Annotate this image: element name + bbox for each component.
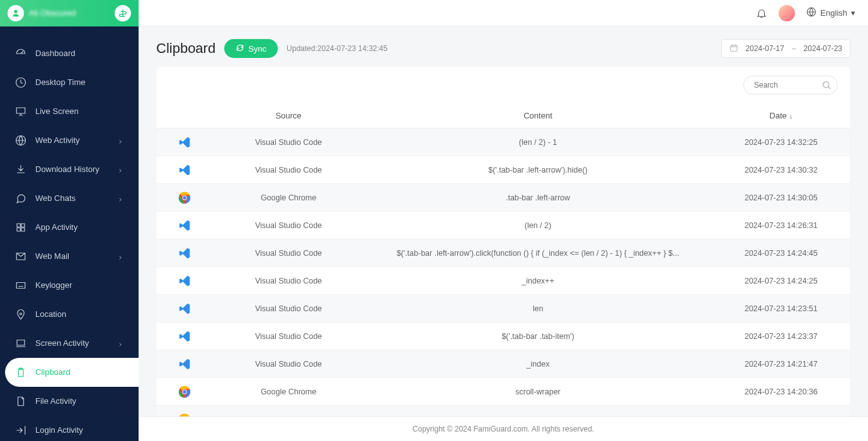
login-icon [15,425,26,436]
cell-content: $('.tab-bar .tab-item') [364,323,712,350]
sidebar-item-desktop-time[interactable]: Desktop Time [0,68,139,97]
sidebar-item-file-activity[interactable]: File Activity [0,387,139,416]
cell-date: 2024-07-23 14:26:31 [712,212,850,239]
sidebar-item-clipboard[interactable]: Clipboard [5,358,139,387]
cell-date: 2024-07-23 14:30:32 [712,156,850,184]
updated-timestamp: Updated:2024-07-23 14:32:45 [287,44,387,53]
user-avatar[interactable] [779,5,795,21]
calendar-icon [729,43,738,54]
brand-logo-icon[interactable] [115,5,131,21]
globe-icon [15,135,26,146]
cell-date: 2024-07-23 14:21:47 [712,350,850,378]
source-app-icon [156,323,213,350]
sidebar-item-label: Live Screen [35,106,123,116]
sidebar-item-web-mail[interactable]: Web Mail [0,242,139,271]
source-app-icon [156,129,213,156]
table-row[interactable]: Google Chromescroll-wraper2024-07-23 14:… [156,378,850,406]
cell-date: 2024-07-23 14:24:25 [712,267,850,295]
svg-rect-1 [730,45,737,50]
table-row[interactable]: Visual Studio Code$('.tab-bar .tab-item'… [156,323,850,350]
file-icon [15,396,26,407]
card-toolbar [156,67,850,103]
cell-content: _index [364,350,712,378]
topbar: English ▾ [139,0,868,26]
table-row[interactable]: Visual Studio Code$('.tab-bar .left-arro… [156,156,850,184]
cell-source: Visual Studio Code [213,323,364,350]
language-label: English [820,8,847,18]
clipboard-card: Source Content Date↓ Visual Studio Code(… [156,67,850,416]
table-row[interactable]: Visual Studio Code_index++2024-07-23 14:… [156,267,850,295]
cell-date: 2024-07-23 14:32:25 [712,129,850,156]
cell-date: 2024-07-23 14:20:13 [712,406,850,417]
sidebar-item-app-activity[interactable]: App Activity [0,213,139,242]
keyboard-icon [15,280,26,291]
sidebar-item-screen-activity[interactable]: Screen Activity [0,329,139,358]
sidebar-header: Ali Obscured [0,0,139,26]
table-row[interactable]: Visual Studio Code_index2024-07-23 14:21… [156,350,850,378]
date-start: 2024-07-17 [746,44,784,53]
cell-source: Google Chrome [213,378,364,406]
sidebar-item-download-history[interactable]: Download History [0,155,139,184]
cell-date: 2024-07-23 14:20:36 [712,378,850,406]
sidebar-item-web-activity[interactable]: Web Activity [0,126,139,155]
cell-content: scroll-wraper [364,378,712,406]
user-avatar-icon[interactable] [8,5,24,21]
cell-content: $('.tab-bar .left-arrow').hide() [364,156,712,184]
app-icon [15,222,26,233]
search-input[interactable] [743,76,838,94]
cell-content: len [364,295,712,323]
source-app-icon [156,267,213,295]
col-icon-header [156,103,213,129]
table-row[interactable]: Visual Studio Codelen2024-07-23 14:23:51 [156,295,850,323]
sidebar-item-location[interactable]: Location [0,300,139,329]
sync-button[interactable]: Sync [224,39,278,58]
date-range-picker[interactable]: 2024-07-17 – 2024-07-23 [721,39,850,58]
table-row[interactable]: Visual Studio Code(len / 2)2024-07-23 14… [156,212,850,239]
sidebar-item-keylogger[interactable]: Keylogger [0,271,139,300]
sidebar-item-dashboard[interactable]: Dashboard [0,39,139,68]
sidebar-item-live-screen[interactable]: Live Screen [0,97,139,126]
language-switcher[interactable]: English ▾ [806,7,855,19]
table-row[interactable]: Visual Studio Code(len / 2) - 12024-07-2… [156,129,850,156]
sidebar-nav: DashboardDesktop TimeLive ScreenWeb Acti… [0,26,139,441]
table-row[interactable]: Google Chrome.tab-bar .left-arrow2024-07… [156,184,850,212]
cell-date: 2024-07-23 14:23:51 [712,295,850,323]
cell-content: left-arrow [364,406,712,417]
svg-point-8 [183,390,186,394]
sidebar-item-label: Desktop Time [35,77,123,87]
chevron-right-icon [117,166,123,173]
clipboard-table: Source Content Date↓ Visual Studio Code(… [156,103,850,416]
chevron-right-icon [117,137,123,144]
chat-icon [15,193,26,204]
svg-point-5 [183,196,186,200]
user-name: Ali Obscured [29,8,76,18]
source-app-icon [156,184,213,212]
cell-source: Visual Studio Code [213,239,364,267]
sidebar-item-label: Web Chats [35,193,117,203]
clipboard-icon [15,367,26,378]
sidebar-item-label: Keylogger [35,280,123,290]
source-app-icon [156,156,213,184]
col-source-header[interactable]: Source [213,103,364,129]
download-icon [15,164,26,175]
table-row[interactable]: Google Chromeleft-arrow2024-07-23 14:20:… [156,406,850,417]
table-scroll[interactable]: Source Content Date↓ Visual Studio Code(… [156,103,850,416]
col-date-header[interactable]: Date↓ [712,103,850,129]
globe-icon [806,7,816,19]
sidebar-item-web-chats[interactable]: Web Chats [0,184,139,213]
screen-icon [15,338,26,349]
cell-content: _index++ [364,267,712,295]
cell-date: 2024-07-23 14:23:37 [712,323,850,350]
chevron-down-icon: ▾ [851,8,855,18]
chevron-right-icon [117,253,123,260]
source-app-icon [156,350,213,378]
sidebar-item-login-activity[interactable]: Login Activity [0,416,139,441]
table-row[interactable]: Visual Studio Code$('.tab-bar .left-arro… [156,239,850,267]
page-title: Clipboard [156,40,215,57]
notifications-bell-icon[interactable] [756,8,767,19]
col-content-header[interactable]: Content [364,103,712,129]
source-app-icon [156,239,213,267]
cell-source: Visual Studio Code [213,129,364,156]
cell-date: 2024-07-23 14:24:45 [712,239,850,267]
source-app-icon [156,295,213,323]
